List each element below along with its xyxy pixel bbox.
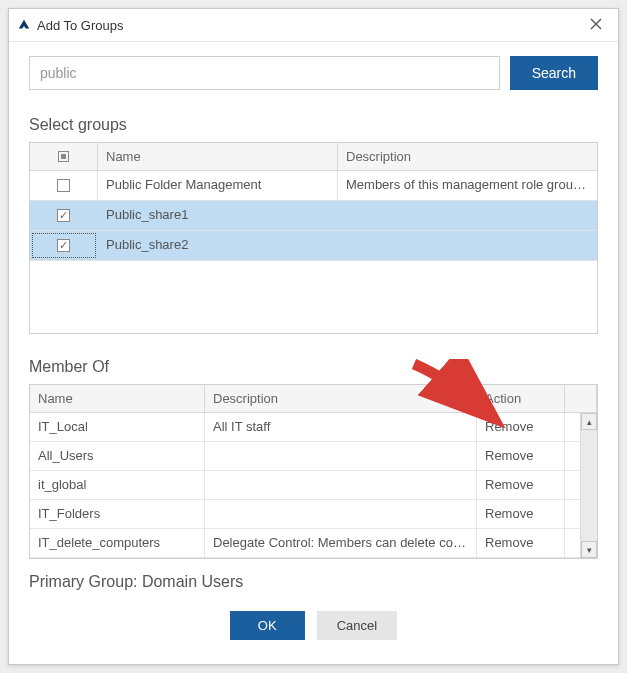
dialog-buttons: OK Cancel: [29, 591, 598, 658]
close-icon: [590, 18, 602, 30]
remove-action[interactable]: Remove: [477, 471, 565, 499]
header-description[interactable]: Description: [338, 143, 597, 170]
row-name: IT_delete_computers: [30, 529, 205, 557]
select-groups-title: Select groups: [29, 116, 598, 134]
member-of-title: Member Of: [29, 358, 598, 376]
select-groups-row[interactable]: Public Folder ManagementMembers of this …: [30, 171, 597, 201]
row-checkbox-cell[interactable]: [30, 171, 98, 200]
header-action[interactable]: Action: [477, 385, 565, 412]
header-scroll-spacer: [565, 385, 597, 412]
row-checkbox-cell[interactable]: [30, 231, 98, 260]
select-groups-grid: Name Description Public Folder Managemen…: [29, 142, 598, 334]
row-name: Public Folder Management: [98, 171, 338, 200]
checkbox-icon[interactable]: [57, 239, 70, 252]
row-name: it_global: [30, 471, 205, 499]
dialog-title: Add To Groups: [37, 18, 578, 33]
app-logo-icon: [17, 18, 31, 32]
row-description: All IT staff: [205, 413, 477, 441]
scroll-up-button[interactable]: ▴: [581, 413, 597, 430]
member-of-grid: Name Description Action IT_LocalAll IT s…: [29, 384, 598, 559]
checkbox-icon[interactable]: [57, 209, 70, 222]
row-description: [205, 442, 477, 470]
row-name: IT_Local: [30, 413, 205, 441]
member-of-header: Name Description Action: [30, 385, 597, 413]
search-input[interactable]: [29, 56, 500, 90]
row-description: [205, 471, 477, 499]
scroll-down-button[interactable]: ▾: [581, 541, 597, 558]
tristate-icon: [58, 151, 69, 162]
remove-action[interactable]: Remove: [477, 442, 565, 470]
row-description: Delegate Control: Members can delete com…: [205, 529, 477, 557]
scrollbar[interactable]: ▴ ▾: [580, 413, 597, 558]
ok-button[interactable]: OK: [230, 611, 305, 640]
primary-group-label: Primary Group: Domain Users: [29, 573, 598, 591]
member-of-row[interactable]: it_globalRemove: [30, 471, 580, 500]
scroll-track[interactable]: [581, 430, 597, 541]
cancel-button[interactable]: Cancel: [317, 611, 397, 640]
row-description: Members of this management role group ca…: [338, 171, 597, 200]
remove-action[interactable]: Remove: [477, 500, 565, 528]
header-name[interactable]: Name: [30, 385, 205, 412]
dialog-content: Search Select groups Name Description Pu…: [9, 42, 618, 664]
remove-action[interactable]: Remove: [477, 413, 565, 441]
row-name: All_Users: [30, 442, 205, 470]
header-description[interactable]: Description: [205, 385, 477, 412]
row-checkbox-cell[interactable]: [30, 201, 98, 230]
row-description: [338, 201, 597, 230]
close-button[interactable]: [584, 15, 608, 35]
row-name: IT_Folders: [30, 500, 205, 528]
select-groups-header: Name Description: [30, 143, 597, 171]
select-groups-empty-area: [30, 261, 597, 333]
header-name[interactable]: Name: [98, 143, 338, 170]
row-description: [338, 231, 597, 260]
row-name: Public_share1: [98, 201, 338, 230]
member-of-row[interactable]: All_UsersRemove: [30, 442, 580, 471]
member-of-row[interactable]: IT_delete_computersDelegate Control: Mem…: [30, 529, 580, 558]
checkbox-icon[interactable]: [57, 179, 70, 192]
member-of-row[interactable]: IT_LocalAll IT staffRemove: [30, 413, 580, 442]
remove-action[interactable]: Remove: [477, 529, 565, 557]
row-description: [205, 500, 477, 528]
titlebar: Add To Groups: [9, 9, 618, 42]
select-groups-row[interactable]: Public_share2: [30, 231, 597, 261]
search-button[interactable]: Search: [510, 56, 598, 90]
row-name: Public_share2: [98, 231, 338, 260]
select-groups-row[interactable]: Public_share1: [30, 201, 597, 231]
search-row: Search: [29, 56, 598, 90]
member-of-row[interactable]: IT_FoldersRemove: [30, 500, 580, 529]
header-checkbox[interactable]: [30, 143, 98, 170]
add-to-groups-dialog: Add To Groups Search Select groups Name …: [8, 8, 619, 665]
